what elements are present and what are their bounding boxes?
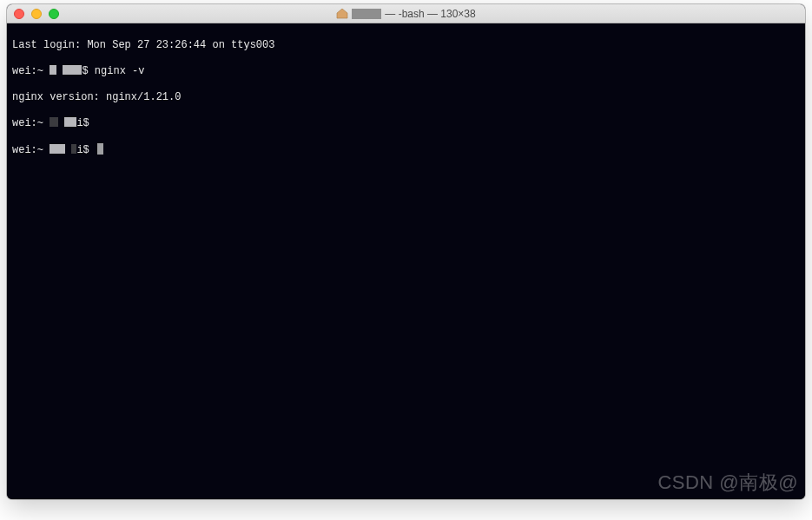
prompt-host: wei:~	[12, 117, 50, 129]
terminal-window: — -bash — 130×38 Last login: Mon Sep 27 …	[7, 4, 805, 499]
titlebar[interactable]: — -bash — 130×38	[7, 4, 805, 23]
redacted	[64, 117, 76, 127]
redacted	[50, 65, 56, 75]
prompt-tail: i$	[76, 144, 96, 156]
command-text: nginx -v	[95, 65, 145, 77]
title-shell-text: — -bash — 130×38	[385, 8, 475, 20]
terminal-line: nginx version: nginx/1.21.0	[12, 91, 800, 104]
prompt-tail: i$	[76, 117, 89, 129]
title-redacted	[352, 9, 381, 19]
minimize-button[interactable]	[31, 9, 42, 19]
terminal-line: wei:~ i$	[12, 117, 800, 130]
redacted	[50, 117, 58, 127]
prompt-host: wei:~	[12, 144, 50, 156]
terminal-line: Last login: Mon Sep 27 23:26:44 on ttys0…	[12, 39, 800, 52]
close-button[interactable]	[14, 9, 24, 19]
cursor	[97, 143, 103, 155]
traffic-lights	[14, 9, 59, 19]
prompt-dollar: $	[82, 65, 94, 77]
terminal-line: wei:~ $ nginx -v	[12, 65, 800, 78]
maximize-button[interactable]	[49, 9, 59, 19]
redacted	[63, 65, 82, 75]
window-title: — -bash — 130×38	[7, 8, 805, 20]
redacted	[50, 144, 65, 154]
terminal-body[interactable]: Last login: Mon Sep 27 23:26:44 on ttys0…	[7, 23, 805, 499]
prompt-host: wei:~	[12, 65, 50, 77]
home-folder-icon	[336, 8, 348, 20]
terminal-line: wei:~ i$	[12, 143, 800, 157]
